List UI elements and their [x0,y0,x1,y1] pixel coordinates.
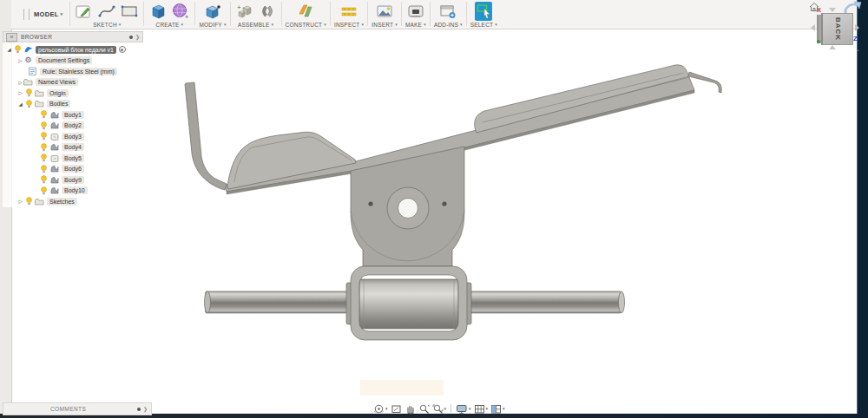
tree-item-body2[interactable]: Body2 [3,121,143,132]
construct-menu[interactable]: CONSTRUCT▾ [286,22,326,28]
construction-plane-icon[interactable] [295,2,316,21]
tree-item-body9[interactable]: Body9 [3,174,143,186]
press-pull-icon[interactable] [202,2,223,21]
workspace-switcher[interactable]: MODEL▾ [11,0,69,29]
expand-arrow-icon[interactable]: ▷ [17,199,23,204]
tree-item-named-views[interactable]: ▷ Named Views [3,77,143,88]
expand-arrow-icon[interactable]: ▷ [17,58,23,63]
joint-icon[interactable] [257,2,278,21]
create-menu[interactable]: CREATE▾ [156,22,184,28]
visibility-bulb-icon[interactable] [40,132,48,140]
toolbar-group-make: MAKE▾ [402,0,430,29]
expand-arrow-icon[interactable]: ▷ [17,90,23,95]
tree-item-origin[interactable]: ▷ Origin [3,88,143,99]
right-window-edge [857,0,868,418]
create-sketch-icon[interactable] [74,2,95,21]
toolbar-group-insert: INSERT▾ [368,0,401,29]
chevron-right-icon[interactable]: ❯ [135,34,140,40]
tree-item-document-settings[interactable]: ▷ ⚙ Document Settings [3,56,143,67]
box-icon[interactable] [148,2,168,21]
orbit-up-arrow-icon[interactable] [829,8,836,12]
spline-icon[interactable] [96,2,117,21]
visibility-bulb-icon[interactable] [40,153,48,162]
tree-item-sketches[interactable]: ▷ Sketches [3,196,143,207]
visibility-bulb-icon[interactable] [40,121,48,130]
tree-item-body1[interactable]: Body1 [3,109,143,121]
3d-print-icon[interactable] [405,2,426,21]
active-document-radio-icon[interactable] [119,46,126,53]
measure-icon[interactable] [339,2,359,21]
tree-item-body6[interactable]: Body6 [3,164,143,175]
visibility-bulb-icon[interactable] [25,197,33,206]
chevron-right-icon[interactable]: ❯ [143,406,148,412]
expand-arrow-icon[interactable]: ▷ [17,80,23,85]
workspace-label: MODEL [34,10,59,18]
visibility-bulb-icon[interactable] [40,143,48,152]
browser-panel: « BROWSER ❯ ◢ рельсовый блок педали v1 ▷… [3,31,143,207]
make-menu[interactable]: MAKE▾ [405,22,426,28]
toolbar-drag-handle[interactable] [23,9,30,20]
addins-menu[interactable]: ADD-INS▾ [434,22,463,28]
navigation-toolbar: ▾ ▾ ▾ ▾ ▾ [373,402,505,415]
svg-text:+: + [237,3,241,11]
insert-menu[interactable]: INSERT▾ [372,22,398,28]
visibility-bulb-icon[interactable] [40,110,48,119]
assemble-menu[interactable]: ASSEMBLE▾ [238,22,273,28]
tree-item-label: Body6 [62,165,84,173]
options-dot-icon[interactable] [129,36,133,39]
browser-header[interactable]: « BROWSER ❯ [3,31,143,42]
tree-item-bodies[interactable]: ◢ Bodies [3,99,143,110]
collapse-panel-icon[interactable]: « [6,33,17,42]
browser-title: BROWSER [21,34,129,40]
rectangle-icon[interactable] [119,2,140,21]
new-component-icon[interactable]: + [234,2,255,21]
select-menu[interactable]: SELECT▾ [470,22,497,28]
toolbar-group-create: + CREATE▾ [144,0,194,29]
look-at-icon[interactable] [391,403,402,415]
orbit-down-arrow-icon[interactable] [829,45,836,49]
visibility-bulb-icon[interactable] [40,175,48,184]
comments-panel[interactable]: COMMENTS ❯ [3,402,152,415]
tree-item-body4[interactable]: Body4 [3,142,143,153]
toolbar-group-modify: MODIFY▾ [195,0,229,29]
folder-icon [23,78,33,87]
tree-item-document-root[interactable]: ◢ рельсовый блок педали v1 [3,44,143,56]
inspect-menu[interactable]: INSPECT▾ [334,22,364,28]
sketch-menu[interactable]: SKETCH▾ [93,22,121,28]
display-settings-icon[interactable]: ▾ [456,403,471,415]
zoom-icon[interactable] [418,403,430,415]
modify-menu[interactable]: MODIFY▾ [199,22,226,28]
highlight-ghost [360,380,444,395]
chevron-down-icon: ▾ [444,406,447,411]
viewcube-menu-chevron-icon[interactable]: ⌄ [855,46,860,53]
tree-item-rule[interactable]: Rule: Stainless Steel (mm) [3,66,143,77]
options-dot-icon[interactable] [137,408,141,411]
visibility-bulb-icon[interactable] [40,165,48,173]
tree-item-label: Body3 [62,133,84,140]
fit-icon[interactable]: ▾ [432,403,447,415]
viewports-icon[interactable]: ▾ [490,403,505,415]
tree-item-body10[interactable]: Body10 [3,186,143,197]
gear-icon: ⚙ [24,56,31,64]
tree-item-label: Body1 [62,111,84,119]
expand-arrow-icon[interactable]: ◢ [17,101,23,107]
orbit-icon[interactable]: ▾ [373,403,388,415]
orbit-left-arrow-icon[interactable] [811,24,815,31]
tree-item-label: Origin [47,89,69,97]
viewcube-face-back[interactable]: BACK [821,13,853,45]
insert-image-icon[interactable] [374,2,395,21]
tree-item-body5[interactable]: Body5 [3,153,143,164]
select-icon[interactable] [473,2,494,21]
visibility-bulb-icon[interactable] [25,88,33,97]
visibility-bulb-icon[interactable] [14,45,22,54]
form-sphere-icon[interactable]: + [170,2,191,21]
add-ins-icon[interactable] [437,2,458,21]
pan-icon[interactable] [404,403,416,415]
tree-item-body3[interactable]: Body3 [3,131,143,142]
visibility-bulb-icon[interactable] [25,100,33,108]
orbit-right-arrow-icon[interactable] [855,24,859,31]
grid-settings-icon[interactable]: ▾ [474,403,489,415]
expand-arrow-icon[interactable]: ◢ [6,47,12,52]
share-icon [23,45,33,54]
visibility-bulb-icon[interactable] [40,186,48,195]
